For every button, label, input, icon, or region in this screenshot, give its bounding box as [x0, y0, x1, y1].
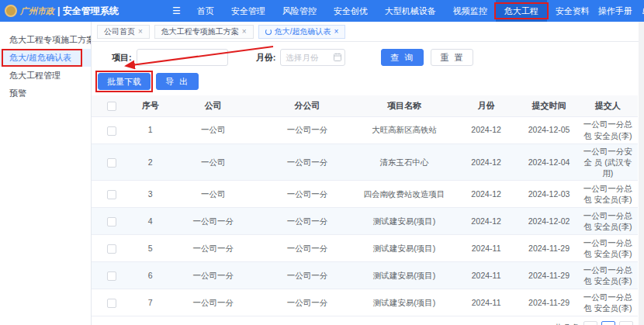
cell-month: 2024-12 — [452, 143, 521, 181]
annotation-red-box — [2, 49, 82, 67]
row-checkbox-cell — [92, 289, 133, 316]
cell-project: 测试建安易(项目) — [356, 235, 452, 262]
row-checkbox-cell — [92, 116, 133, 143]
pagination: 共 7 条 ‹ 1 › — [92, 316, 644, 325]
nav-item-3[interactable]: 安全创优 — [325, 0, 376, 22]
nav-item-1[interactable]: 安全管理 — [223, 0, 274, 22]
row-checkbox-cell — [92, 143, 133, 181]
tab-0[interactable]: 公司首页× — [97, 25, 150, 39]
cell-project: 测试建安易(项目) — [356, 262, 452, 289]
cell-submit_time: 2024-11-29 — [521, 262, 578, 289]
cell-month: 2024-11 — [452, 289, 521, 316]
cell-index: 7 — [133, 289, 168, 316]
table-row-4: 4一公司一分一公司一分测试建安易(项目)2024-122024-12-02一公司… — [92, 208, 638, 235]
nav-item-7[interactable]: 安全资料 — [547, 0, 598, 22]
tab-1[interactable]: 危大工程专项施工方案× — [154, 25, 254, 39]
loading-spinner-icon — [265, 29, 272, 35]
search-button[interactable]: 查 询 — [381, 49, 424, 66]
table-row-6: 6一公司一分一公司一分测试建安易(项目)2024-112024-11-29一公司… — [92, 262, 638, 289]
cell-submitter: 一公司一分总包 安全员(李) — [578, 235, 638, 262]
tab-close-icon[interactable]: × — [138, 27, 143, 36]
cell-company: 一公司一分 — [168, 289, 258, 316]
next-page-button[interactable]: › — [619, 321, 633, 325]
menu-collapse-icon[interactable]: ☰ — [164, 5, 189, 16]
row-checkbox[interactable] — [107, 244, 116, 254]
export-button[interactable]: 导 出 — [156, 73, 199, 90]
row-checkbox[interactable] — [107, 271, 116, 281]
cell-project: 清东玉石中心 — [356, 143, 452, 181]
cell-index: 6 — [133, 262, 168, 289]
row-checkbox-cell — [92, 235, 133, 262]
cell-index: 3 — [133, 181, 168, 208]
current-page-button[interactable]: 1 — [601, 321, 615, 325]
cell-submit_time: 2024-12-04 — [521, 143, 578, 181]
tab-label: 危大/超危确认表 — [275, 26, 331, 37]
row-checkbox[interactable] — [107, 299, 116, 308]
app-logo: 广州市政 | 安全管理系统 — [0, 5, 164, 18]
cell-project: 测试建安易(项目) — [356, 289, 452, 316]
nav-item-2[interactable]: 风险管控 — [274, 0, 325, 22]
data-table-wrap: 序号公司分公司项目名称月份提交时间提交人 1一公司一公司一分大旺高新区高铁站20… — [92, 95, 638, 316]
cell-branch: 一公司一分 — [258, 143, 357, 181]
system-title: | 安全管理系统 — [57, 5, 119, 18]
cell-submitter: 一公司一分总包 安全员(李) — [578, 289, 638, 316]
cell-branch: 一公司一分 — [258, 116, 357, 143]
tab-close-icon[interactable]: × — [334, 27, 338, 36]
table-row-7: 7一公司一分一公司一分测试建安易(项目)2024-112024-11-29一公司… — [92, 289, 638, 316]
table-row-5: 5一公司一分一公司一分测试建安易(项目)2024-112024-11-29一公司… — [92, 235, 638, 262]
row-checkbox[interactable] — [107, 126, 116, 136]
project-filter-label: 项目: — [112, 52, 132, 64]
sidebar-item-0[interactable]: 危大工程专项施工方案 — [0, 31, 91, 49]
sidebar-nav: 危大工程专项施工方案危大/超危确认表危大工程管理预警 — [0, 22, 92, 325]
prev-page-button[interactable]: ‹ — [583, 321, 597, 325]
table-row-2: 2一公司一公司一分清东玉石中心2024-122024-12-04一公司一分安全 … — [92, 143, 638, 181]
table-header-row: 序号公司分公司项目名称月份提交时间提交人 — [92, 95, 638, 116]
tab-bar: 公司首页×危大工程专项施工方案×危大/超危确认表× — [92, 22, 644, 42]
sidebar-item-3[interactable]: 预警 — [0, 85, 91, 102]
cell-submitter: 一公司一分总包 安全员(李) — [578, 262, 638, 289]
cell-company: 一公司一分 — [168, 262, 258, 289]
cell-branch: 一公司一分 — [258, 262, 357, 289]
column-header-0: 序号 — [133, 95, 168, 116]
cell-index: 5 — [133, 235, 168, 262]
project-filter-input[interactable] — [137, 49, 228, 66]
nav-item-6[interactable]: 危大工程 — [496, 0, 547, 22]
cell-month: 2024-12 — [452, 181, 521, 208]
cell-company: 一公司 — [168, 143, 258, 181]
navbar-menu: 首页安全管理风险管控安全创优大型机械设备视频监控危大工程安全资料 — [189, 0, 598, 22]
select-all-checkbox[interactable] — [107, 102, 116, 111]
tab-2[interactable]: 危大/超危确认表× — [258, 25, 346, 39]
cell-company: 一公司一分 — [168, 235, 258, 262]
month-picker — [280, 49, 345, 66]
table-row-3: 3一公司一公司一分四会南收费站改造项目2024-122024-12-03一公司一… — [92, 181, 638, 208]
cell-submit_time: 2024-12-03 — [521, 181, 578, 208]
row-checkbox-cell — [92, 181, 133, 208]
cell-project: 大旺高新区高铁站 — [356, 116, 452, 143]
scrollbar-track[interactable] — [639, 22, 644, 325]
cell-index: 2 — [133, 143, 168, 181]
cell-month: 2024-11 — [452, 262, 521, 289]
column-header-4: 月份 — [452, 95, 521, 116]
nav-item-4[interactable]: 大型机械设备 — [376, 0, 445, 22]
cell-company: 一公司一分 — [168, 208, 258, 235]
month-filter-label: 月份: — [256, 52, 276, 64]
select-all-header — [92, 95, 133, 116]
cell-month: 2024-12 — [452, 208, 521, 235]
column-header-2: 分公司 — [258, 95, 357, 116]
row-checkbox[interactable] — [107, 217, 116, 226]
column-header-1: 公司 — [168, 95, 258, 116]
manual-link[interactable]: 操作手册 — [598, 5, 632, 17]
sidebar-item-2[interactable]: 危大工程管理 — [0, 67, 91, 85]
row-checkbox-cell — [92, 262, 133, 289]
nav-item-0[interactable]: 首页 — [189, 0, 223, 22]
reset-button[interactable]: 重 置 — [431, 49, 473, 66]
sidebar-item-1[interactable]: 危大/超危确认表 — [0, 49, 91, 67]
row-checkbox[interactable] — [107, 158, 116, 168]
nav-item-5[interactable]: 视频监控 — [445, 0, 496, 22]
batch-download-button[interactable]: 批量下载 — [98, 73, 151, 90]
row-checkbox[interactable] — [107, 190, 116, 199]
data-table: 序号公司分公司项目名称月份提交时间提交人 1一公司一公司一分大旺高新区高铁站20… — [92, 95, 638, 316]
cell-submit_time: 2024-11-29 — [521, 235, 578, 262]
tab-close-icon[interactable]: × — [242, 27, 247, 36]
calendar-icon — [334, 53, 341, 61]
